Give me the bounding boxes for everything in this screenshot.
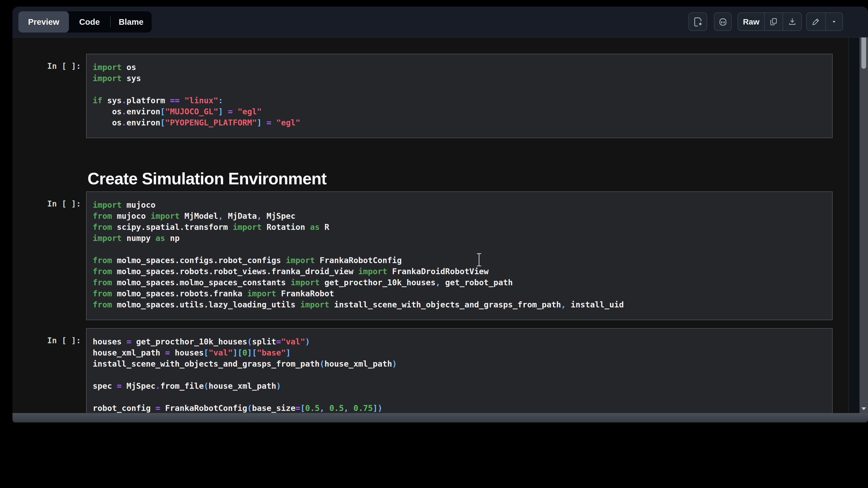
- copilot-icon: [718, 17, 728, 27]
- edit-options-button[interactable]: [825, 13, 842, 30]
- copy-icon: [769, 17, 778, 26]
- content-right-gutter: [848, 37, 860, 413]
- file-sparkle-icon: [693, 17, 703, 27]
- window-bottom-edge: [12, 413, 868, 422]
- caret-down-icon: [831, 18, 838, 25]
- cell-prompt: In [ ]:: [47, 61, 81, 71]
- code-cell: houses = get_procthor_10k_houses(split="…: [86, 328, 833, 422]
- copy-raw-button[interactable]: [764, 13, 783, 30]
- tab-preview[interactable]: Preview: [19, 11, 69, 33]
- code-cell: import osimport sys if sys.platform == "…: [86, 54, 833, 138]
- code-cell-content: import osimport sys if sys.platform == "…: [87, 54, 832, 136]
- download-button[interactable]: [783, 13, 801, 30]
- code-cell: import mujocofrom mujoco import MjModel,…: [86, 191, 833, 320]
- edit-file-button[interactable]: [807, 13, 825, 30]
- tab-code[interactable]: Code: [69, 11, 110, 33]
- download-icon: [787, 17, 797, 26]
- open-with-sparkle-button[interactable]: [688, 12, 707, 31]
- file-header-bar: Preview Code Blame: [12, 7, 868, 37]
- raw-copy-download-group: Raw: [738, 12, 802, 31]
- markdown-heading: Create Simulation Environment: [88, 169, 327, 188]
- scroll-down-arrow-icon[interactable]: [861, 406, 867, 411]
- vertical-scrollbar[interactable]: [860, 7, 868, 413]
- raw-button[interactable]: Raw: [738, 13, 764, 30]
- copilot-button[interactable]: [714, 12, 732, 31]
- cell-prompt: In [ ]:: [47, 199, 81, 208]
- edit-button-group: [806, 12, 843, 31]
- text-cursor-ibeam: [476, 253, 482, 267]
- file-viewer-window: Preview Code Blame: [12, 7, 868, 422]
- code-cell-content: houses = get_procthor_10k_houses(split="…: [87, 329, 832, 421]
- page-background: Preview Code Blame: [0, 0, 868, 488]
- code-cell-content: import mujocofrom mujoco import MjModel,…: [87, 192, 832, 318]
- pencil-icon: [811, 17, 820, 26]
- cell-prompt: In [ ]:: [47, 336, 81, 345]
- tab-blame[interactable]: Blame: [111, 11, 152, 33]
- view-tabs: Preview Code Blame: [19, 11, 152, 33]
